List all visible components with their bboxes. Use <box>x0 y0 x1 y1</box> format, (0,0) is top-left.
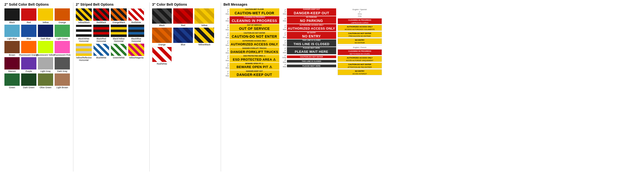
stripe-item[interactable]: Green/White <box>111 44 127 61</box>
swatch-item[interactable]: Brown <box>4 41 20 56</box>
belt3-black <box>152 8 172 24</box>
swatch-brown <box>4 41 20 53</box>
bilingual-subtitle: ACCÈS AUTORISÉ UNIQUEMENT <box>338 59 382 62</box>
stripe-item[interactable]: Yellow/Magenta <box>128 44 144 61</box>
stripe-yellow-magenta <box>128 44 144 56</box>
msg-row: 2"3" Xtra CAUTION-DO NOT ENTER CAUTION-D… <box>224 32 279 40</box>
belt3-item[interactable]: Yellow/Black <box>194 28 214 46</box>
stripe-label: Yellow/Magenta <box>129 56 144 59</box>
bilingual-subtitle: NETTOYAGE EN COURS <box>338 53 382 55</box>
msg-size: 2"3" Xtra <box>281 25 286 31</box>
belt3-yellow <box>194 8 214 24</box>
msg-banner-small: CAUTION-WET FLOOR <box>230 8 279 11</box>
stripe-item[interactable]: Red/White <box>128 8 144 24</box>
swatch-item[interactable]: Dark Green <box>21 73 36 89</box>
msg-banner-small: CLEANING IN PROGRESS <box>230 16 279 19</box>
msg-size: 3"Xtra <box>281 18 286 22</box>
msg-banner-small: AUTHORIZED ACCESS ONLY <box>287 24 336 26</box>
swatch-item[interactable]: Dark Blue <box>38 25 53 40</box>
msg-banner-large: AUTHORIZED ACCESS ONLY <box>287 26 336 31</box>
solid-2inch-section: 2" Solid Color Belt Options Black Red Ye… <box>2 3 73 171</box>
belt3-label: Black <box>159 24 165 27</box>
swatch-item[interactable]: Blue <box>21 25 36 40</box>
msg-banner-large: NO PARKING <box>287 18 336 24</box>
swatch-item[interactable]: Yellow <box>38 8 53 24</box>
bilingual-banner: AUTHORIZED ACCESS ONLY <box>338 56 382 59</box>
swatch-red <box>21 8 36 21</box>
belt-messages-title: Belt Messages <box>224 3 640 7</box>
swatch-item[interactable]: Light Brown <box>55 73 70 89</box>
swatch-dark-gray <box>55 57 70 70</box>
stripe-item[interactable]: Orange/Black <box>111 8 127 24</box>
swatch-item[interactable]: Purple <box>21 57 36 72</box>
belt3-item[interactable]: Yellow <box>194 8 214 27</box>
swatch-item[interactable]: Maroon <box>4 57 20 72</box>
stripe-label: Black/RedHorizontal <box>96 38 106 42</box>
swatch-green <box>4 73 20 86</box>
belt3-item[interactable]: Red <box>173 8 193 27</box>
msg-banner-large: BEWARE OPEN PIT ⚠ <box>230 65 279 70</box>
msg-row: 2"3" Xtra DANGER-KEEP OUT DANGER-KEEP OU… <box>281 8 336 16</box>
swatch-item[interactable]: Orange <box>55 8 70 24</box>
stripe-item[interactable]: Yellow/Black <box>76 8 92 24</box>
swatch-item[interactable]: Olive Green <box>38 73 53 89</box>
belt3-item[interactable]: Orange <box>152 28 172 46</box>
stripe-item[interactable]: Black/YellowHorizontal <box>111 25 127 42</box>
msg-banner-large: THIS LINE IS CLOSED <box>287 42 336 47</box>
swatch-yellow <box>38 8 53 21</box>
swatch-item[interactable]: Fluorescent Pink <box>55 41 70 56</box>
stripe-black-blue-h <box>128 25 144 37</box>
swatch-item[interactable]: Light Gray <box>38 57 53 72</box>
bilingual-french-header: English / French <box>338 45 382 49</box>
stripe-item[interactable]: Yellow/ReflectiveHorizontal <box>76 44 92 61</box>
stripe-red-black <box>93 8 109 21</box>
msg-size: 2"3" Xtra <box>281 40 286 46</box>
color-3inch-section: 3" Color Belt Options Black Red Yellow O… <box>150 3 221 171</box>
stripe-label: Yellow/Black <box>78 21 90 24</box>
swatch-item[interactable]: Fluorescent Yellow <box>38 41 53 56</box>
msg-banner-small: DANGER-KEEP OUT <box>230 70 279 72</box>
stripe-item[interactable]: Blue/White <box>93 44 109 61</box>
msg-size: 3"Xtra <box>224 18 229 22</box>
msg-banner-large: OUT OF SERVICE <box>230 26 279 31</box>
msg-size: 2"3" Xtra <box>281 9 286 15</box>
msg-banner-small: THIS LINE IS CLOSED <box>287 60 336 63</box>
msg-row: 2"3" Xtra NO ENTRY NO ENTRY <box>281 32 336 39</box>
bilingual-item: AUTHORIZED ACCESS ONLY ACCÈS AUTORISÉ UN… <box>338 56 382 62</box>
bilingual-item: CAUTION-DO NOT ENTER ATTENTION-NE PAS EN… <box>338 63 382 69</box>
msg-banner-small: PLEASE WAIT HERE <box>287 65 336 67</box>
swatch-item[interactable]: Black <box>4 8 20 24</box>
belt3-item[interactable]: Black <box>152 8 172 27</box>
swatch-label: Light Blue <box>7 38 17 40</box>
swatch-item[interactable]: Red <box>21 8 36 24</box>
swatch-item[interactable]: Green <box>4 73 20 89</box>
swatch-label: Fluorescent Orange <box>19 54 39 56</box>
msg-size: 2"3" Xtra <box>281 32 286 39</box>
msg-size: 2"3" Xtra <box>224 48 229 54</box>
bilingual-banner: NO ENTRY <box>338 39 382 42</box>
msg-row: 2"3" Xtra CAUTION-WET FLOOR CAUTION-WET … <box>224 8 279 16</box>
swatch-item[interactable]: Fluorescent Orange <box>21 41 36 56</box>
stripe-item[interactable]: Red/Black <box>93 8 109 24</box>
stripe-yellow-black <box>76 8 92 21</box>
belt3-item[interactable]: Blue <box>173 28 193 46</box>
msg-row: 2"3" Xtra THIS LINE IS CLOSED THIS LINE … <box>281 40 336 47</box>
bilingual-item: CLEANING IN PROGRESS LIMPIEZA EN CURSO <box>338 18 382 24</box>
stripe-label: Green/White <box>113 56 125 59</box>
stripe-black-red-h <box>93 25 109 37</box>
swatch-fluor-yellow <box>38 41 53 53</box>
swatch-light-green <box>55 25 70 37</box>
stripe-item[interactable]: Black/BlueHorizontal <box>128 25 144 42</box>
swatch-fluor-pink <box>55 41 70 53</box>
belt3-orange <box>152 28 172 43</box>
belt-messages-section: Belt Messages 2"3" Xtra CAUTION-WET FLOO… <box>221 3 642 171</box>
stripe-item[interactable]: Black/RedHorizontal <box>93 25 109 42</box>
swatch-item[interactable]: Light Blue <box>4 25 20 40</box>
msg-banner-large: NO ENTRY <box>287 34 336 39</box>
swatch-label: Dark Gray <box>57 70 67 72</box>
stripe-label: Orange/Black <box>112 21 125 24</box>
swatch-item[interactable]: Dark Gray <box>55 57 70 72</box>
stripe-item[interactable]: Black/WhiteHorizontal <box>76 25 92 42</box>
belt3-item[interactable]: Red/White <box>152 47 172 65</box>
swatch-item[interactable]: Light Green <box>55 25 70 40</box>
